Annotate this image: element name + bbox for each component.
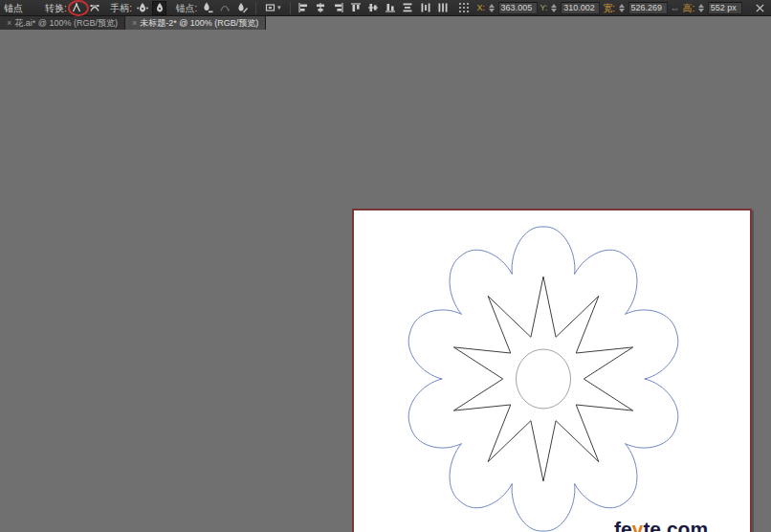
- separator: [255, 2, 256, 14]
- distribute-v-center-button[interactable]: [418, 1, 432, 15]
- isolate-object-button[interactable]: ▾: [262, 1, 284, 15]
- hide-handles-button[interactable]: [152, 1, 166, 15]
- distribute-top-icon: [402, 2, 413, 13]
- convert-label: 转换:: [45, 0, 67, 16]
- center-circle[interactable]: [516, 349, 570, 409]
- distribute-top-button[interactable]: [401, 1, 415, 15]
- align-top-button[interactable]: [348, 1, 363, 15]
- width-input[interactable]: [628, 2, 668, 14]
- y-input[interactable]: [561, 2, 600, 14]
- constrain-proportions-icon[interactable]: ⇔: [671, 0, 680, 16]
- document-tab-untitled2[interactable]: × 未标题-2* @ 100% (RGB/预览): [125, 16, 266, 30]
- watermark-accent: v: [632, 518, 644, 532]
- convert-corner-icon: [71, 2, 82, 13]
- tab-close-icon[interactable]: ×: [132, 18, 137, 28]
- transform-x-icon: [755, 3, 765, 13]
- align-left-button[interactable]: [297, 1, 311, 15]
- connect-endpoints-icon: [219, 2, 231, 13]
- x-stepper[interactable]: [488, 2, 496, 14]
- x-label: X:: [477, 0, 486, 16]
- align-right-button[interactable]: [331, 1, 345, 15]
- separator: [290, 2, 291, 14]
- reference-point-button[interactable]: [456, 1, 471, 15]
- align-v-center-icon: [367, 2, 379, 13]
- x-input[interactable]: [498, 2, 538, 14]
- width-label: 宽:: [603, 0, 615, 16]
- align-h-center-icon: [315, 2, 326, 13]
- hide-handles-icon: [154, 2, 165, 13]
- show-handles-icon: [137, 2, 148, 13]
- isolate-object-icon: [265, 2, 276, 13]
- control-bar: 锚点 转换: 手柄:: [0, 0, 771, 16]
- reference-point-grid-icon: [458, 2, 470, 13]
- remove-anchor-icon: [202, 2, 213, 13]
- transform-button[interactable]: [753, 1, 767, 15]
- dropdown-caret: ▾: [277, 4, 281, 11]
- y-stepper[interactable]: [551, 2, 559, 14]
- watermark-part2: te.com: [643, 518, 708, 532]
- height-input[interactable]: [708, 2, 742, 14]
- artboard[interactable]: [352, 209, 752, 532]
- distribute-bottom-button[interactable]: [435, 1, 450, 15]
- document-tab-flower[interactable]: × 花.ai* @ 100% (RGB/预览): [0, 16, 125, 30]
- align-left-icon: [297, 2, 309, 13]
- connect-endpoints-button[interactable]: [217, 1, 231, 15]
- align-v-center-button[interactable]: [365, 1, 380, 15]
- align-right-icon: [333, 2, 344, 13]
- show-handles-button[interactable]: [135, 1, 149, 15]
- width-stepper[interactable]: [618, 2, 626, 14]
- distribute-bottom-icon: [437, 2, 449, 13]
- cut-path-icon: [236, 2, 248, 13]
- y-label: Y:: [540, 0, 548, 16]
- distribute-v-center-icon: [420, 2, 431, 13]
- tab-label: 未标题-2* @ 100% (RGB/预览): [140, 17, 258, 30]
- handles-label: 手柄:: [110, 0, 132, 16]
- align-bottom-button[interactable]: [384, 1, 398, 15]
- convert-to-smooth-button[interactable]: [87, 1, 101, 15]
- canvas-area[interactable]: [0, 16, 771, 532]
- remove-anchor-button[interactable]: [200, 1, 214, 15]
- tab-close-icon[interactable]: ×: [7, 18, 11, 28]
- convert-to-corner-button[interactable]: [70, 1, 84, 15]
- align-h-center-button[interactable]: [314, 1, 328, 15]
- watermark-part1: fe: [614, 518, 632, 532]
- align-bottom-icon: [385, 2, 396, 13]
- tab-label: 花.ai* @ 100% (RGB/预览): [14, 17, 118, 30]
- align-top-icon: [350, 2, 362, 13]
- cut-path-button[interactable]: [235, 1, 250, 15]
- control-bar-title: 锚点: [4, 0, 23, 16]
- document-tab-bar: × 花.ai* @ 100% (RGB/预览) × 未标题-2* @ 100% …: [0, 16, 266, 30]
- height-label: 高:: [683, 0, 695, 16]
- convert-smooth-icon: [89, 2, 100, 13]
- flower-path[interactable]: [408, 227, 678, 531]
- artwork-svg: [354, 211, 750, 532]
- star-path[interactable]: [453, 277, 632, 481]
- height-stepper[interactable]: [697, 2, 705, 14]
- app-window: 锚点 转换: 手柄:: [0, 0, 771, 532]
- anchors-label: 锚点:: [175, 0, 197, 16]
- watermark: fevte.com: [614, 518, 708, 532]
